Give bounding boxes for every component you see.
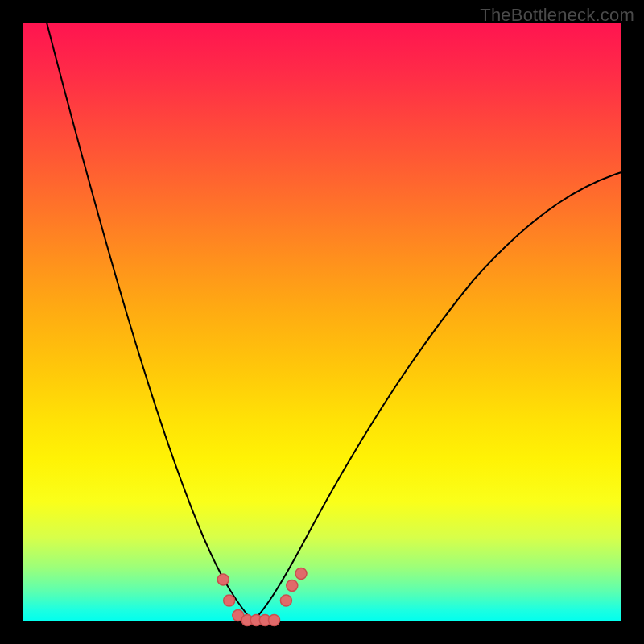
data-dot (269, 615, 280, 626)
chart-area (23, 23, 621, 621)
data-dot (280, 595, 291, 606)
data-dot (217, 574, 229, 585)
data-dots-group (217, 568, 307, 626)
watermark-text: TheBottleneck.com (480, 5, 634, 26)
data-dot (295, 568, 307, 580)
data-dot (287, 580, 298, 591)
right-curve (253, 172, 621, 621)
bottleneck-curve-svg (23, 23, 621, 621)
data-dot (224, 595, 235, 606)
left-curve (47, 23, 253, 621)
